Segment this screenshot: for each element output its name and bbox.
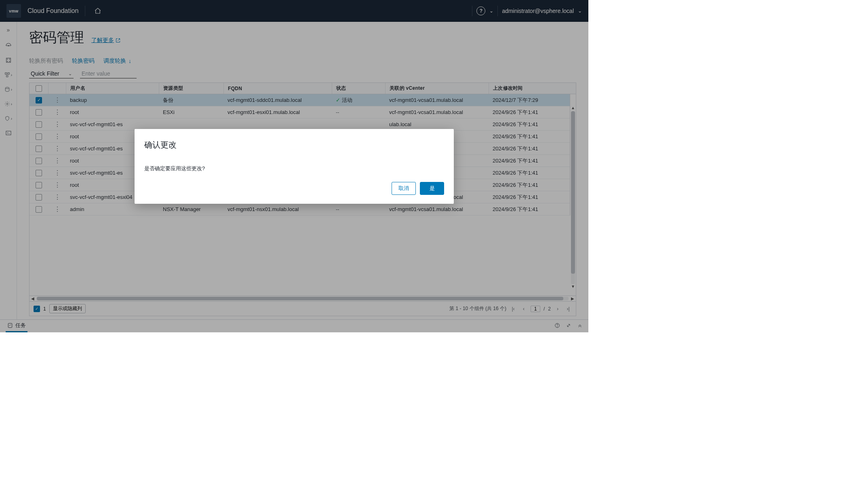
modal-body: 是否确定要应用这些更改? bbox=[144, 165, 444, 172]
cancel-button[interactable]: 取消 bbox=[392, 182, 416, 195]
confirm-button[interactable]: 是 bbox=[420, 182, 444, 195]
confirm-modal: 确认更改 是否确定要应用这些更改? 取消 是 bbox=[135, 129, 454, 204]
modal-title: 确认更改 bbox=[144, 139, 444, 150]
